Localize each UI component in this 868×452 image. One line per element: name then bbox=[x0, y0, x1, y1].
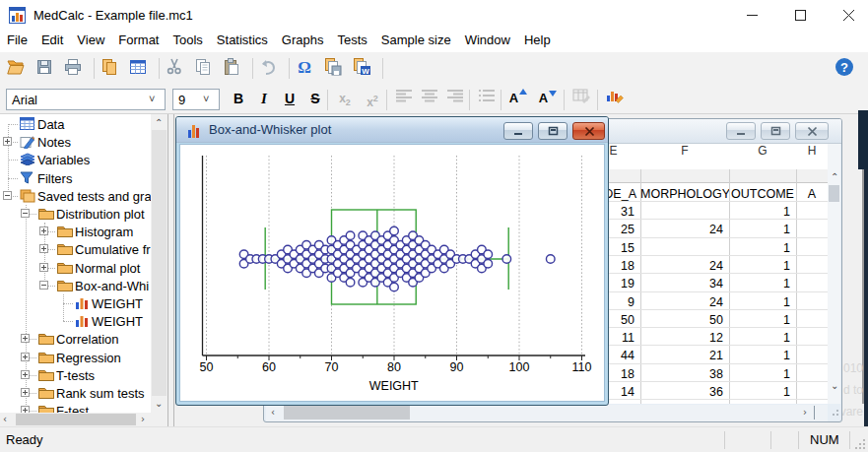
menu-window[interactable]: Window bbox=[458, 30, 517, 52]
cell-value[interactable]: 1 bbox=[729, 277, 790, 291]
collapse-icon[interactable] bbox=[39, 281, 48, 290]
expand-icon[interactable] bbox=[21, 370, 30, 379]
expand-icon[interactable] bbox=[21, 353, 30, 361]
cell-value[interactable]: 21 bbox=[640, 349, 723, 362]
tree-item-cumulative-fr[interactable]: Cumulative fr bbox=[0, 240, 151, 258]
open-button[interactable] bbox=[6, 57, 30, 81]
menu-file[interactable]: File bbox=[0, 30, 34, 52]
minimize-button[interactable] bbox=[729, 0, 774, 30]
column-letter[interactable]: G bbox=[729, 144, 796, 158]
tree-horizontal-scrollbar[interactable]: ‹ › bbox=[0, 413, 167, 426]
cell-value[interactable]: 24 bbox=[640, 295, 723, 309]
menu-help[interactable]: Help bbox=[517, 30, 558, 52]
copy-page-button[interactable] bbox=[100, 57, 123, 81]
plot-close-button[interactable] bbox=[572, 122, 605, 140]
tree-item-rank-sum-tests[interactable]: Rank sum tests bbox=[0, 384, 151, 402]
cell-value[interactable]: 1 bbox=[729, 259, 790, 273]
cell-value[interactable]: 1 bbox=[729, 385, 790, 399]
column-name[interactable]: MORPHOLOGY bbox=[640, 187, 729, 201]
tree-item-data[interactable]: Data bbox=[0, 115, 151, 133]
bold-button[interactable]: B bbox=[227, 88, 250, 110]
underline-button[interactable]: U bbox=[278, 88, 301, 110]
spreadsheet-vertical-scrollbar[interactable]: ⌃ ⌄ bbox=[828, 144, 840, 404]
menu-tools[interactable]: Tools bbox=[166, 30, 209, 52]
scroll-left-icon[interactable]: ‹ bbox=[271, 407, 275, 418]
scroll-left-icon[interactable]: ‹ bbox=[3, 414, 7, 424]
cell-value[interactable]: 1 bbox=[729, 349, 790, 362]
cell-value[interactable]: 38 bbox=[640, 367, 723, 381]
scroll-thumb[interactable] bbox=[16, 414, 136, 425]
tree-item-variables[interactable]: Variables bbox=[0, 151, 151, 168]
tree-item-distribution-plot[interactable]: Distribution plot bbox=[0, 205, 151, 223]
tree-item-weight[interactable]: WEIGHT bbox=[0, 294, 151, 312]
spreadsheet-restore-button[interactable] bbox=[761, 122, 790, 140]
cell-value[interactable]: 1 bbox=[729, 241, 790, 255]
cell-value[interactable]: 12 bbox=[640, 331, 723, 345]
italic-button[interactable]: I bbox=[252, 88, 276, 110]
align-center-button[interactable] bbox=[418, 88, 441, 110]
tree-item-f-test[interactable]: F-test bbox=[0, 402, 151, 413]
strikethrough-button[interactable]: S bbox=[303, 88, 327, 110]
column-letter[interactable]: H bbox=[796, 144, 828, 158]
pane-splitter[interactable] bbox=[814, 406, 815, 420]
align-right-button[interactable] bbox=[443, 88, 467, 110]
paste-button[interactable] bbox=[222, 57, 245, 81]
cell-value[interactable]: 1 bbox=[729, 331, 790, 345]
scroll-down-icon[interactable]: ⌄ bbox=[155, 398, 163, 409]
data-grid-button[interactable] bbox=[128, 57, 152, 81]
menu-view[interactable]: View bbox=[70, 30, 111, 52]
window-resize-grip[interactable] bbox=[855, 439, 867, 452]
save-button[interactable] bbox=[34, 57, 58, 81]
scroll-down-icon[interactable]: ⌄ bbox=[831, 380, 838, 391]
copy-button[interactable] bbox=[193, 57, 217, 81]
plot-minimize-button[interactable] bbox=[503, 122, 533, 140]
align-left-button[interactable] bbox=[392, 88, 416, 110]
chevron-down-icon[interactable]: ˅ bbox=[203, 93, 217, 106]
spreadsheet-resize-grip[interactable] bbox=[829, 406, 840, 420]
tree-item-box-and-whi[interactable]: Box-and-Whi bbox=[0, 277, 151, 294]
cut-button[interactable] bbox=[165, 57, 188, 81]
tree-item-regression[interactable]: Regression bbox=[0, 349, 151, 366]
spreadsheet-horizontal-scrollbar[interactable]: ‹ › bbox=[266, 405, 828, 421]
tree-item-filters[interactable]: Filters bbox=[0, 169, 151, 187]
cell-value[interactable]: 34 bbox=[640, 277, 723, 291]
superscript-button[interactable]: x2 bbox=[361, 88, 384, 110]
spreadsheet-close-button[interactable] bbox=[795, 122, 829, 140]
tree-item-histogram[interactable]: Histogram bbox=[0, 223, 151, 240]
column-letter[interactable]: F bbox=[640, 144, 729, 158]
collapse-icon[interactable] bbox=[3, 191, 12, 200]
cell-value[interactable]: 1 bbox=[729, 313, 790, 327]
cell-value[interactable]: 24 bbox=[640, 259, 723, 273]
menu-tests[interactable]: Tests bbox=[331, 30, 374, 52]
print-button[interactable] bbox=[63, 57, 87, 81]
spreadsheet-minimize-button[interactable] bbox=[726, 122, 756, 140]
column-name[interactable]: A bbox=[796, 187, 828, 201]
help-button[interactable]: ? bbox=[835, 57, 858, 81]
tree-item-saved-tests-and-grap[interactable]: Saved tests and grap bbox=[0, 187, 151, 205]
expand-icon[interactable] bbox=[21, 388, 30, 397]
increase-font-button[interactable]: A bbox=[506, 88, 530, 110]
cell-value[interactable]: 1 bbox=[729, 295, 790, 309]
list-button[interactable] bbox=[475, 88, 499, 110]
menu-statistics[interactable]: Statistics bbox=[210, 30, 275, 52]
scroll-thumb[interactable] bbox=[284, 406, 410, 420]
panel-splitter[interactable] bbox=[167, 114, 174, 426]
scroll-up-icon[interactable]: ⌃ bbox=[155, 117, 163, 128]
expand-icon[interactable] bbox=[39, 244, 48, 253]
expand-icon[interactable] bbox=[39, 263, 48, 272]
collapse-icon[interactable] bbox=[21, 209, 30, 218]
tree-vertical-scrollbar[interactable]: ⌃ ⌄ bbox=[151, 114, 167, 413]
tree-item-weight[interactable]: WEIGHT bbox=[0, 312, 151, 330]
undo-button[interactable] bbox=[258, 57, 282, 81]
expand-icon[interactable] bbox=[39, 226, 48, 235]
scroll-up-icon[interactable]: ⌃ bbox=[831, 171, 838, 182]
plot-restore-button[interactable] bbox=[538, 122, 568, 140]
expand-icon[interactable] bbox=[3, 137, 12, 146]
menu-edit[interactable]: Edit bbox=[34, 30, 70, 52]
expand-icon[interactable] bbox=[21, 334, 30, 343]
edit-table-button[interactable] bbox=[569, 88, 593, 110]
menu-graphs[interactable]: Graphs bbox=[275, 30, 331, 52]
tree-item-correlation[interactable]: Correlation bbox=[0, 330, 151, 348]
special-character-button[interactable]: Ω bbox=[295, 57, 318, 81]
cell-value[interactable]: 1 bbox=[729, 367, 790, 381]
